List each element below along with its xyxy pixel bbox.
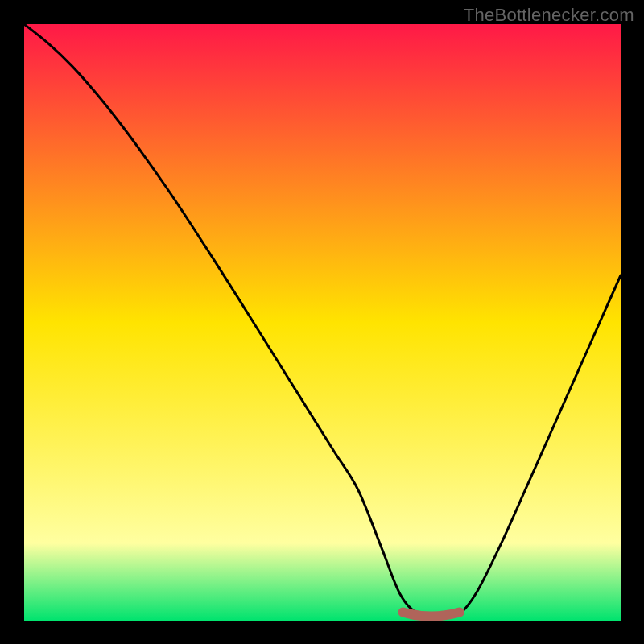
optimal-region-marker <box>403 613 460 617</box>
chart-frame: TheBottlenecker.com <box>0 0 644 644</box>
watermark-text: TheBottlenecker.com <box>464 5 634 26</box>
plot-svg <box>24 24 621 621</box>
plot-area <box>24 24 621 621</box>
